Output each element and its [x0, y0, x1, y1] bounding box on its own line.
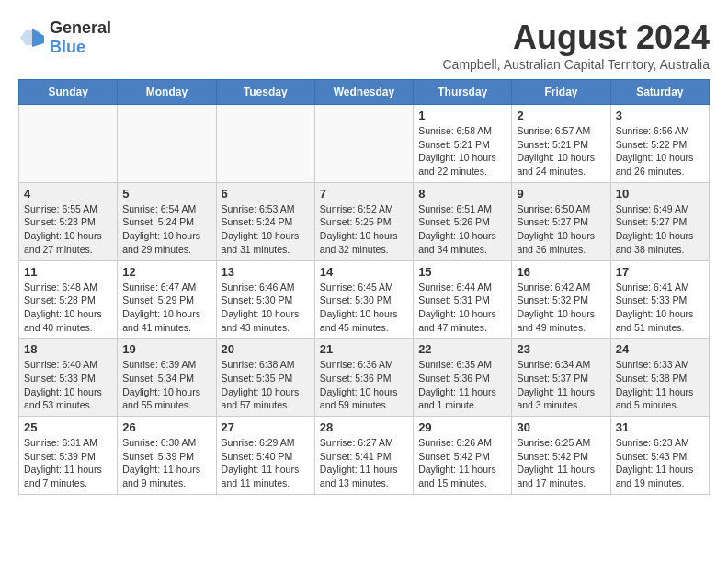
week-row-5: 25Sunrise: 6:31 AM Sunset: 5:39 PM Dayli…: [19, 417, 710, 495]
day-info: Sunrise: 6:35 AM Sunset: 5:36 PM Dayligh…: [418, 358, 506, 412]
day-info: Sunrise: 6:23 AM Sunset: 5:43 PM Dayligh…: [616, 436, 704, 490]
day-info: Sunrise: 6:45 AM Sunset: 5:30 PM Dayligh…: [320, 281, 408, 335]
day-info: Sunrise: 6:40 AM Sunset: 5:33 PM Dayligh…: [24, 358, 112, 412]
calendar-cell: 6Sunrise: 6:53 AM Sunset: 5:24 PM Daylig…: [216, 182, 314, 260]
header-saturday: Saturday: [610, 80, 709, 105]
day-number: 3: [616, 109, 704, 122]
calendar-cell: 18Sunrise: 6:40 AM Sunset: 5:33 PM Dayli…: [19, 339, 118, 417]
calendar-cell: 19Sunrise: 6:39 AM Sunset: 5:34 PM Dayli…: [118, 339, 216, 417]
calendar-cell: 26Sunrise: 6:30 AM Sunset: 5:39 PM Dayli…: [118, 417, 216, 495]
day-info: Sunrise: 6:25 AM Sunset: 5:42 PM Dayligh…: [517, 436, 605, 490]
calendar-cell: 28Sunrise: 6:27 AM Sunset: 5:41 PM Dayli…: [314, 417, 413, 495]
calendar-cell: 13Sunrise: 6:46 AM Sunset: 5:30 PM Dayli…: [216, 260, 314, 339]
week-row-4: 18Sunrise: 6:40 AM Sunset: 5:33 PM Dayli…: [19, 339, 710, 417]
page-header: General Blue August 2024 Campbell, Austr…: [18, 18, 710, 72]
calendar-cell: 12Sunrise: 6:47 AM Sunset: 5:29 PM Dayli…: [118, 260, 216, 339]
day-info: Sunrise: 6:53 AM Sunset: 5:24 PM Dayligh…: [222, 202, 310, 257]
day-number: 31: [616, 420, 704, 434]
day-info: Sunrise: 6:41 AM Sunset: 5:33 PM Dayligh…: [616, 281, 704, 335]
day-number: 9: [517, 187, 605, 201]
calendar-cell: 14Sunrise: 6:45 AM Sunset: 5:30 PM Dayli…: [314, 260, 413, 339]
logo-blue: Blue: [50, 38, 85, 56]
day-info: Sunrise: 6:30 AM Sunset: 5:39 PM Dayligh…: [122, 436, 210, 490]
calendar-cell: [314, 105, 413, 183]
day-info: Sunrise: 6:44 AM Sunset: 5:31 PM Dayligh…: [418, 281, 506, 335]
day-info: Sunrise: 6:47 AM Sunset: 5:29 PM Dayligh…: [122, 281, 210, 335]
header-sunday: Sunday: [19, 80, 118, 105]
day-info: Sunrise: 6:27 AM Sunset: 5:41 PM Dayligh…: [320, 436, 408, 490]
day-number: 22: [418, 342, 506, 356]
day-info: Sunrise: 6:49 AM Sunset: 5:27 PM Dayligh…: [616, 202, 704, 257]
day-info: Sunrise: 6:46 AM Sunset: 5:30 PM Dayligh…: [222, 281, 310, 335]
day-info: Sunrise: 6:52 AM Sunset: 5:25 PM Dayligh…: [320, 202, 408, 257]
day-number: 4: [24, 187, 112, 201]
day-info: Sunrise: 6:57 AM Sunset: 5:21 PM Dayligh…: [517, 124, 605, 178]
week-row-3: 11Sunrise: 6:48 AM Sunset: 5:28 PM Dayli…: [19, 260, 710, 339]
day-number: 16: [517, 265, 605, 279]
day-number: 7: [320, 187, 408, 201]
day-number: 12: [122, 265, 210, 279]
day-number: 15: [418, 265, 506, 279]
day-info: Sunrise: 6:26 AM Sunset: 5:42 PM Dayligh…: [418, 436, 506, 490]
calendar-cell: 4Sunrise: 6:55 AM Sunset: 5:23 PM Daylig…: [19, 182, 118, 260]
calendar-cell: 23Sunrise: 6:34 AM Sunset: 5:37 PM Dayli…: [512, 339, 610, 417]
day-number: 27: [222, 420, 310, 434]
calendar-cell: 5Sunrise: 6:54 AM Sunset: 5:24 PM Daylig…: [118, 182, 216, 260]
day-info: Sunrise: 6:55 AM Sunset: 5:23 PM Dayligh…: [24, 202, 112, 257]
header-friday: Friday: [512, 80, 610, 105]
calendar-cell: 9Sunrise: 6:50 AM Sunset: 5:27 PM Daylig…: [512, 182, 610, 260]
day-info: Sunrise: 6:38 AM Sunset: 5:35 PM Dayligh…: [222, 358, 310, 412]
calendar-cell: [118, 105, 216, 183]
day-info: Sunrise: 6:39 AM Sunset: 5:34 PM Dayligh…: [122, 358, 210, 412]
header-row: Sunday Monday Tuesday Wednesday Thursday…: [19, 80, 710, 105]
day-info: Sunrise: 6:48 AM Sunset: 5:28 PM Dayligh…: [24, 281, 112, 335]
day-info: Sunrise: 6:58 AM Sunset: 5:21 PM Dayligh…: [418, 124, 506, 178]
day-number: 19: [122, 342, 210, 356]
subtitle: Campbell, Australian Capital Territory, …: [443, 57, 711, 72]
day-number: 1: [418, 109, 506, 122]
calendar-cell: 16Sunrise: 6:42 AM Sunset: 5:32 PM Dayli…: [512, 260, 610, 339]
day-number: 8: [418, 187, 506, 201]
calendar-cell: 24Sunrise: 6:33 AM Sunset: 5:38 PM Dayli…: [610, 339, 709, 417]
day-number: 28: [320, 420, 408, 434]
day-info: Sunrise: 6:34 AM Sunset: 5:37 PM Dayligh…: [517, 358, 605, 412]
day-info: Sunrise: 6:56 AM Sunset: 5:22 PM Dayligh…: [616, 124, 704, 178]
week-row-1: 1Sunrise: 6:58 AM Sunset: 5:21 PM Daylig…: [19, 105, 710, 183]
day-number: 25: [24, 420, 112, 434]
calendar-cell: 10Sunrise: 6:49 AM Sunset: 5:27 PM Dayli…: [610, 182, 709, 260]
week-row-2: 4Sunrise: 6:55 AM Sunset: 5:23 PM Daylig…: [19, 182, 710, 260]
calendar-cell: [19, 105, 118, 183]
logo-icon: [18, 27, 46, 49]
calendar-cell: 29Sunrise: 6:26 AM Sunset: 5:42 PM Dayli…: [414, 417, 512, 495]
day-number: 29: [418, 420, 506, 434]
day-number: 13: [222, 265, 310, 279]
calendar-cell: 20Sunrise: 6:38 AM Sunset: 5:35 PM Dayli…: [216, 339, 314, 417]
day-number: 23: [517, 342, 605, 356]
day-info: Sunrise: 6:51 AM Sunset: 5:26 PM Dayligh…: [418, 202, 506, 257]
header-monday: Monday: [118, 80, 216, 105]
main-title: August 2024: [443, 18, 711, 57]
day-number: 18: [24, 342, 112, 356]
day-number: 30: [517, 420, 605, 434]
day-info: Sunrise: 6:31 AM Sunset: 5:39 PM Dayligh…: [24, 436, 112, 490]
header-tuesday: Tuesday: [216, 80, 314, 105]
day-number: 20: [222, 342, 310, 356]
calendar-cell: 7Sunrise: 6:52 AM Sunset: 5:25 PM Daylig…: [314, 182, 413, 260]
day-info: Sunrise: 6:29 AM Sunset: 5:40 PM Dayligh…: [222, 436, 310, 490]
calendar-cell: 3Sunrise: 6:56 AM Sunset: 5:22 PM Daylig…: [610, 105, 709, 183]
logo-general: General: [50, 18, 111, 37]
day-number: 5: [122, 187, 210, 201]
calendar-cell: 25Sunrise: 6:31 AM Sunset: 5:39 PM Dayli…: [19, 417, 118, 495]
calendar-cell: 30Sunrise: 6:25 AM Sunset: 5:42 PM Dayli…: [512, 417, 610, 495]
calendar-cell: 1Sunrise: 6:58 AM Sunset: 5:21 PM Daylig…: [414, 105, 512, 183]
day-number: 6: [222, 187, 310, 201]
calendar-cell: 11Sunrise: 6:48 AM Sunset: 5:28 PM Dayli…: [19, 260, 118, 339]
day-info: Sunrise: 6:50 AM Sunset: 5:27 PM Dayligh…: [517, 202, 605, 257]
calendar-cell: 21Sunrise: 6:36 AM Sunset: 5:36 PM Dayli…: [314, 339, 413, 417]
calendar-cell: 2Sunrise: 6:57 AM Sunset: 5:21 PM Daylig…: [512, 105, 610, 183]
day-info: Sunrise: 6:54 AM Sunset: 5:24 PM Dayligh…: [122, 202, 210, 257]
header-thursday: Thursday: [414, 80, 512, 105]
calendar-cell: 31Sunrise: 6:23 AM Sunset: 5:43 PM Dayli…: [610, 417, 709, 495]
day-number: 2: [517, 109, 605, 122]
day-info: Sunrise: 6:42 AM Sunset: 5:32 PM Dayligh…: [517, 281, 605, 335]
